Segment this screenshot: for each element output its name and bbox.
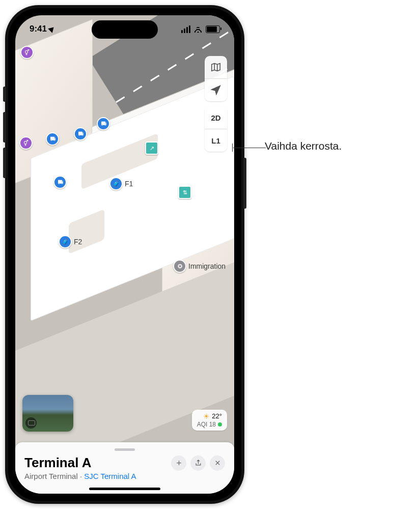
plus-icon	[175, 459, 183, 467]
map-mode-button[interactable]	[205, 56, 227, 79]
map-icon	[210, 62, 221, 73]
cellular-icon	[181, 25, 190, 33]
home-indicator[interactable]	[89, 488, 160, 490]
cart-icon: ⛟	[74, 127, 87, 140]
place-title: Terminal A	[24, 455, 91, 471]
share-button[interactable]	[190, 455, 206, 471]
weather-pill[interactable]: ☀︎ 22° AQI 18	[192, 410, 227, 431]
phone-frame: 9:41	[5, 5, 244, 504]
restroom-icon: ⚥	[20, 46, 34, 59]
sun-icon: ☀︎	[203, 412, 210, 421]
callout-text: Vaihda kerrosta.	[265, 140, 342, 152]
aqi-label: AQI 18	[197, 421, 216, 428]
binoculars-icon	[28, 420, 35, 425]
immigration-icon: ✪	[173, 260, 186, 273]
wifi-icon	[193, 25, 203, 33]
baggage-cart-poi[interactable]: ⛟	[46, 132, 59, 146]
dynamic-island	[92, 20, 158, 39]
baggage-icon: 🧳	[59, 235, 72, 248]
close-icon	[214, 459, 221, 467]
place-link[interactable]: SJC Terminal A	[84, 472, 136, 480]
close-button[interactable]	[210, 455, 225, 471]
silent-switch	[3, 87, 6, 102]
baggage-cart-poi[interactable]: ⛟	[74, 127, 87, 140]
poi-label: F2	[74, 238, 82, 246]
aqi-dot-icon	[218, 422, 222, 426]
tracking-button[interactable]	[205, 79, 227, 101]
baggage-claim-poi[interactable]: 🧳 F1	[109, 177, 133, 190]
place-category: Airport Terminal	[24, 472, 78, 480]
share-icon	[194, 459, 202, 467]
restroom-poi[interactable]: ⚥	[19, 136, 33, 150]
escalator-icon: ↗	[145, 141, 158, 155]
place-card[interactable]: Terminal A	[15, 442, 234, 494]
baggage-claim-poi[interactable]: 🧳 F2	[59, 235, 82, 248]
elevator-poi[interactable]: ⇅	[178, 186, 191, 199]
power-button	[243, 158, 246, 209]
baggage-cart-poi[interactable]: ⛟	[53, 176, 67, 189]
cart-icon: ⛟	[46, 132, 59, 146]
poi-label: Immigration	[188, 262, 226, 270]
location-arrow-icon	[210, 84, 221, 96]
immigration-poi[interactable]: ✪ Immigration	[173, 260, 226, 273]
poi-label: F1	[125, 180, 133, 188]
phone-bezel: 9:41	[8, 8, 241, 501]
temperature: 22°	[212, 412, 222, 420]
screen: 9:41	[15, 15, 234, 494]
baggage-icon: 🧳	[109, 177, 123, 190]
battery-icon	[206, 25, 220, 33]
view-mode-label: 2D	[211, 113, 220, 122]
level-picker-button[interactable]: L1	[205, 129, 227, 152]
level-label: L1	[211, 136, 220, 145]
volume-down-button	[3, 148, 6, 178]
callout-leader	[233, 148, 266, 148]
location-arrow-icon	[48, 25, 56, 33]
restroom-poi[interactable]: ⚥	[20, 46, 34, 59]
restroom-icon: ⚥	[19, 136, 33, 150]
cart-icon: ⛟	[97, 117, 110, 130]
toggle-3d-button[interactable]: 2D	[205, 106, 227, 129]
map-controls: 2D L1	[205, 56, 227, 152]
baggage-cart-poi[interactable]: ⛟	[97, 117, 110, 130]
place-subtitle: Airport Terminal · SJC Terminal A	[24, 472, 225, 480]
cart-icon: ⛟	[53, 176, 67, 189]
look-around-thumbnail[interactable]	[22, 395, 73, 432]
clock: 9:41	[30, 24, 47, 34]
elevator-icon: ⇅	[178, 186, 191, 199]
volume-up-button	[3, 112, 6, 142]
escalator-poi[interactable]: ↗	[145, 141, 158, 155]
add-button[interactable]	[171, 455, 186, 471]
grabber[interactable]	[115, 448, 135, 451]
